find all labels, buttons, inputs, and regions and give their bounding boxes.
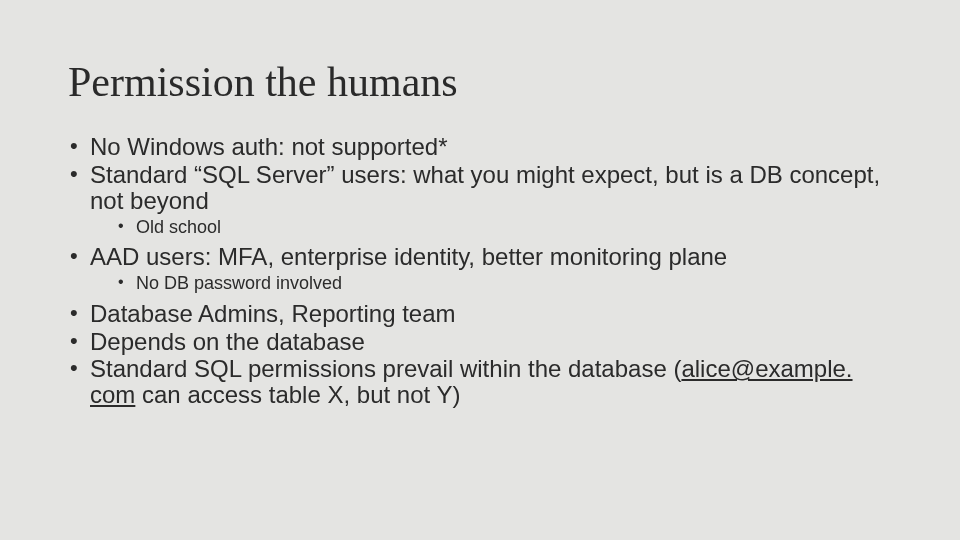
slide-title: Permission the humans: [68, 58, 892, 106]
bullet-item: Standard “SQL Server” users: what you mi…: [68, 162, 892, 238]
bullet-item: No Windows auth: not supported*: [68, 134, 892, 160]
bullet-list: No Windows auth: not supported* Standard…: [68, 134, 892, 408]
sub-bullet-item: No DB password involved: [118, 272, 892, 295]
sub-bullet-item: Old school: [118, 216, 892, 239]
bullet-text: AAD users: MFA, enterprise identity, bet…: [90, 243, 727, 270]
sub-bullet-list: No DB password involved: [90, 272, 892, 295]
bullet-item: Depends on the database: [68, 329, 892, 355]
slide: Permission the humans No Windows auth: n…: [0, 0, 960, 540]
bullet-item: Database Admins, Reporting team: [68, 301, 892, 327]
bullet-text: Standard “SQL Server” users: what you mi…: [90, 161, 880, 214]
sub-bullet-list: Old school: [90, 216, 892, 239]
bullet-item: Standard SQL permissions prevail within …: [68, 356, 892, 408]
bullet-text-pre: Standard SQL permissions prevail within …: [90, 355, 681, 382]
bullet-item: AAD users: MFA, enterprise identity, bet…: [68, 244, 892, 294]
bullet-text-post: can access table X, but not Y): [135, 381, 460, 408]
